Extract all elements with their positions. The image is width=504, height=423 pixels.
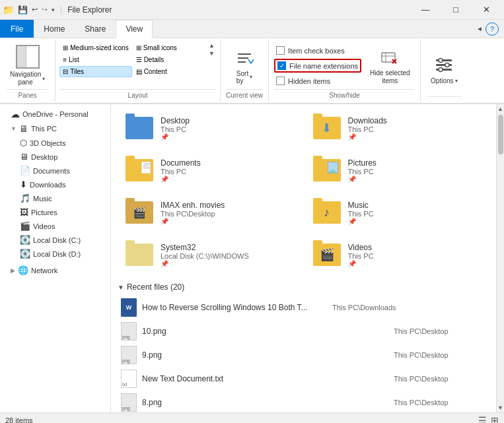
- sidebar-item-onedrive[interactable]: ☁ OneDrive - Personal: [0, 107, 110, 121]
- details-icon: ☰: [136, 56, 142, 63]
- scrollbar-up-arrow[interactable]: ▲: [497, 106, 503, 112]
- sidebar-item-downloads[interactable]: ⬇ Downloads: [0, 178, 110, 191]
- show-hide-group-label: Show/hide: [274, 89, 415, 99]
- recent-header-label: Recent files (20): [127, 282, 184, 292]
- tile-desktop-pin: 📌: [161, 133, 190, 141]
- sidebar-item-music[interactable]: 🎵 Music: [0, 191, 110, 205]
- file-name-extensions-row[interactable]: ✓ File name extensions: [274, 59, 361, 73]
- tile-music-name: Music: [348, 201, 374, 210]
- downloads-sidebar-icon: ⬇: [20, 179, 27, 189]
- layout-list[interactable]: ≡ List: [59, 54, 131, 65]
- tile-imax-info: IMAX enh. movies This PC\Desktop 📌: [161, 201, 225, 225]
- scrollbar-thumb[interactable]: [498, 115, 503, 154]
- layout-details[interactable]: ☰ Details: [133, 54, 205, 65]
- this-pc-expand-icon: ▼: [11, 125, 17, 132]
- recent-item-8png[interactable]: png 8.png This PC\Desktop: [118, 391, 489, 412]
- recent-item-10png[interactable]: png 10.png This PC\Desktop: [118, 319, 489, 343]
- main-area: ☁ OneDrive - Personal ▼ 🖥 This PC ⬡ 3D O…: [0, 104, 504, 412]
- recent-item-9png[interactable]: png 9.png This PC\Desktop: [118, 343, 489, 367]
- tile-imax-name: IMAX enh. movies: [161, 201, 225, 210]
- quick-access-dropdown[interactable]: ▾: [52, 7, 55, 13]
- quick-access-redo[interactable]: ↪: [42, 5, 48, 14]
- right-scrollbar[interactable]: ▲ ▼: [496, 104, 504, 412]
- menu-tab-home[interactable]: Home: [34, 20, 75, 38]
- layout-content[interactable]: ▤ Content: [133, 66, 205, 77]
- options-button[interactable]: Options ▾: [427, 52, 460, 87]
- tile-music[interactable]: ♪ Music This PC 📌: [305, 193, 490, 232]
- sidebar: ☁ OneDrive - Personal ▼ 🖥 This PC ⬡ 3D O…: [0, 104, 111, 412]
- quick-access-undo[interactable]: ↩: [32, 5, 38, 14]
- this-pc-icon: 🖥: [19, 123, 28, 134]
- tile-system32[interactable]: System32 Local Disk (C:\)\WINDOWS 📌: [118, 235, 303, 275]
- tile-pictures[interactable]: Pictures This PC 📌: [305, 150, 490, 190]
- hidden-items-row[interactable]: Hidden items: [274, 75, 361, 86]
- sidebar-item-documents[interactable]: 📄 Documents: [0, 164, 110, 178]
- maximize-button[interactable]: □: [441, 0, 471, 20]
- menu-file[interactable]: File: [0, 20, 34, 38]
- network-expand-icon: ▶: [11, 267, 15, 274]
- recent-item-txt[interactable]: txt New Text Document.txt This PC\Deskto…: [118, 367, 489, 391]
- layout-group-label: Layout: [59, 89, 216, 99]
- recent-header[interactable]: ▼ Recent files (20): [118, 280, 489, 296]
- tile-imax-icon: 🎬: [124, 197, 155, 228]
- sidebar-item-pictures[interactable]: 🖼 Pictures: [0, 205, 110, 219]
- close-button[interactable]: ✕: [471, 0, 501, 20]
- hide-selected-label: Hide selecteditems: [370, 69, 410, 85]
- tile-downloads-icon: ⬇: [311, 112, 343, 144]
- recent-item-2-name: 10.png: [142, 327, 388, 336]
- sort-by-label: Sortby: [236, 70, 248, 84]
- sidebar-item-videos[interactable]: 🎬 Videos: [0, 219, 110, 233]
- png-icon-9: png: [121, 346, 137, 364]
- ribbon-arrow-back[interactable]: ◄: [476, 25, 483, 32]
- tile-downloads[interactable]: ⬇ Downloads This PC 📌: [305, 108, 490, 148]
- minimize-button[interactable]: —: [410, 0, 441, 20]
- tile-imax[interactable]: 🎬 IMAX enh. movies This PC\Desktop 📌: [118, 193, 303, 232]
- scrollbar-down-arrow[interactable]: ▼: [497, 405, 503, 411]
- options-dropdown-icon: ▾: [455, 78, 458, 84]
- sidebar-item-3d-objects[interactable]: ⬡ 3D Objects: [0, 136, 110, 150]
- tile-system32-info: System32 Local Disk (C:\)\WINDOWS 📌: [161, 243, 249, 267]
- recent-section: ▼ Recent files (20) W How to Reverse Scr…: [118, 280, 489, 412]
- network-icon: 🌐: [18, 265, 28, 275]
- quick-access-save[interactable]: 💾: [18, 5, 28, 15]
- file-name-extensions-checkbox[interactable]: ✓: [277, 61, 286, 70]
- file-content-area: Desktop This PC 📌 ⬇ Downloads This PC 📌: [111, 104, 496, 412]
- layout-small-icons[interactable]: ⊞ Small icons: [133, 42, 205, 53]
- menu-tab-share[interactable]: Share: [75, 20, 116, 38]
- layout-tiles[interactable]: ⊟ Tiles: [59, 66, 131, 77]
- sort-by-button[interactable]: Sortby ▾: [231, 45, 258, 87]
- menu-tab-view[interactable]: View: [116, 20, 153, 38]
- tile-pictures-icon: [311, 154, 343, 186]
- current-view-group-label: Current view: [226, 89, 263, 99]
- tile-videos-icon: 🎬: [311, 239, 343, 271]
- file-name-extensions-label: File name extensions: [289, 62, 358, 70]
- help-button[interactable]: ?: [486, 22, 499, 36]
- ribbon-group-panes: Navigationpane ▾ Panes: [0, 40, 55, 102]
- tile-music-info: Music This PC 📌: [348, 201, 374, 225]
- list-view-icon[interactable]: ☰: [478, 415, 487, 424]
- sidebar-item-network[interactable]: ▶ 🌐 Network: [0, 263, 110, 277]
- item-check-boxes-row[interactable]: Item check boxes: [274, 45, 361, 56]
- tile-pictures-path: This PC: [348, 168, 377, 176]
- hidden-items-checkbox[interactable]: [276, 77, 285, 85]
- tile-videos[interactable]: 🎬 Videos This PC 📌: [305, 235, 490, 275]
- sidebar-item-local-c[interactable]: 💽 Local Disk (C:): [0, 233, 110, 247]
- tile-downloads-name: Downloads: [348, 116, 387, 125]
- tile-desktop-info: Desktop This PC 📌: [161, 116, 190, 141]
- tile-documents[interactable]: Documents This PC 📌: [118, 150, 303, 190]
- sidebar-item-this-pc[interactable]: ▼ 🖥 This PC: [0, 121, 110, 136]
- details-view-icon[interactable]: ⊞: [491, 415, 499, 424]
- recent-item-word[interactable]: W How to Reverse Scrolling Windows 10 Bo…: [118, 296, 489, 319]
- tile-documents-icon: [124, 154, 155, 186]
- navigation-pane-button[interactable]: Navigationpane ▾: [7, 42, 48, 89]
- hide-selected-button[interactable]: Hide selecteditems: [367, 44, 414, 88]
- tile-music-icon: ♪: [311, 197, 343, 228]
- tiles-icon: ⊟: [63, 68, 68, 75]
- layout-medium-icons[interactable]: ⊞ Medium-sized icons: [59, 42, 131, 53]
- sidebar-item-local-d[interactable]: 💽 Local Disk (D:): [0, 247, 110, 261]
- layout-scroll-up[interactable]: ▲ ▼: [207, 42, 216, 57]
- sidebar-item-desktop[interactable]: 🖥 Desktop: [0, 150, 110, 164]
- item-check-boxes-checkbox[interactable]: [276, 46, 285, 55]
- tile-desktop[interactable]: Desktop This PC 📌: [118, 108, 303, 148]
- videos-sidebar-icon: 🎬: [20, 221, 30, 231]
